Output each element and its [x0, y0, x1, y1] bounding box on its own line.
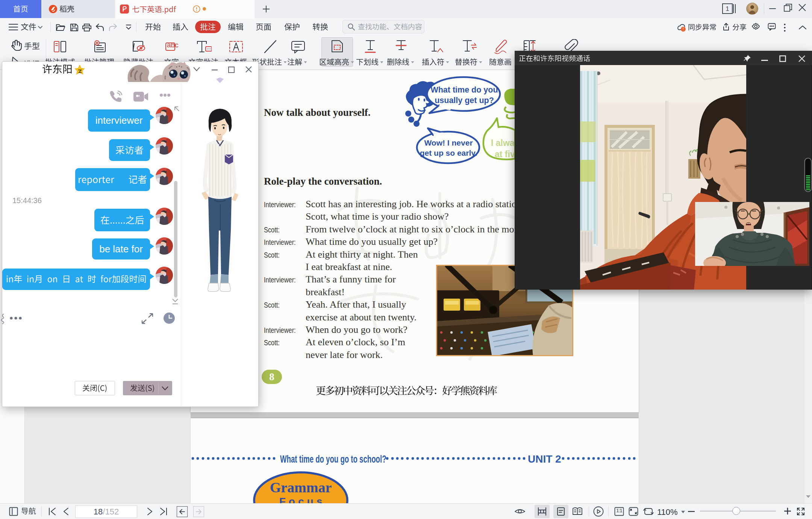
svg-text:I alway: I alway: [491, 138, 515, 148]
svg-text:!: !: [683, 27, 684, 31]
svg-text:1: 1: [726, 5, 729, 12]
svg-text:at five: at five: [495, 149, 515, 159]
